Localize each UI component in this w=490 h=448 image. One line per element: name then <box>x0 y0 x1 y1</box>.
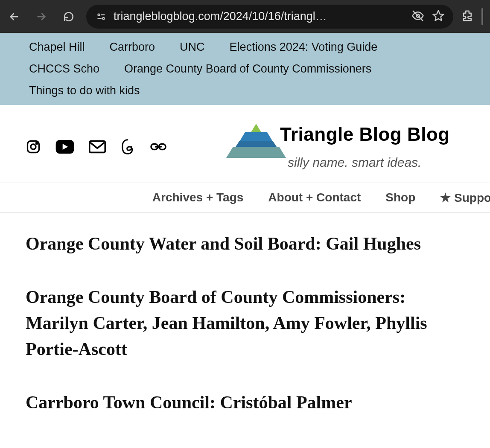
svg-point-2 <box>102 17 104 19</box>
secondary-nav-link[interactable]: ★ Suppo <box>440 191 490 205</box>
secondary-nav-link[interactable]: About + Contact <box>268 191 361 205</box>
top-nav-link[interactable]: Chapel Hill <box>29 41 85 54</box>
article-body: Orange County Water and Soil Board: Gail… <box>0 213 490 433</box>
site-logo-block[interactable]: Triangle Blog Blog silly name. smart ide… <box>236 124 450 170</box>
address-bar[interactable]: triangleblogblog.com/2024/10/16/triangl… <box>86 5 453 29</box>
top-nav-link[interactable]: Carrboro <box>110 41 155 54</box>
site-title: Triangle Blog Blog <box>280 124 450 145</box>
mail-icon[interactable] <box>89 140 106 154</box>
article-heading: Carrboro Town Council: Cristóbal Palmer <box>26 390 464 416</box>
site-settings-icon[interactable] <box>95 10 108 23</box>
browser-toolbar: triangleblogblog.com/2024/10/16/triangl… <box>0 0 490 33</box>
threads-icon[interactable] <box>120 139 135 155</box>
article-heading: Orange County Water and Soil Board: Gail… <box>26 231 464 257</box>
social-icons <box>26 139 167 155</box>
secondary-nav-link[interactable]: Shop <box>385 191 415 205</box>
svg-marker-6 <box>433 10 444 20</box>
reload-button[interactable] <box>59 7 79 26</box>
top-nav-link[interactable]: CHCCS Scho <box>29 62 99 76</box>
site-header: Triangle Blog Blog silly name. smart ide… <box>0 105 490 183</box>
svg-point-9 <box>36 143 38 144</box>
triangle-logo-icon <box>236 124 277 158</box>
star-icon[interactable] <box>432 9 445 24</box>
extensions-icon[interactable] <box>461 9 474 24</box>
secondary-nav-link[interactable]: Archives + Tags <box>152 191 243 205</box>
secondary-nav: Archives + Tags About + Contact Shop ★ S… <box>0 183 490 213</box>
back-button[interactable] <box>4 7 24 26</box>
top-nav-link[interactable]: UNC <box>180 41 205 54</box>
site-tagline: silly name. smart ideas. <box>288 155 450 170</box>
instagram-icon[interactable] <box>26 139 41 154</box>
svg-rect-12 <box>90 141 105 153</box>
top-nav-link[interactable]: Orange County Board of County Commission… <box>124 62 371 76</box>
top-nav: Chapel Hill Carrboro UNC Elections 2024:… <box>0 33 490 105</box>
link-icon[interactable] <box>149 142 167 152</box>
eye-off-icon[interactable] <box>411 9 424 24</box>
svg-point-8 <box>31 144 36 149</box>
article-heading: Orange County Board of County Commission… <box>26 284 464 362</box>
top-nav-link[interactable]: Elections 2024: Voting Guide <box>230 41 378 54</box>
youtube-icon[interactable] <box>55 140 74 154</box>
url-text: triangleblogblog.com/2024/10/16/triangl… <box>114 10 405 23</box>
svg-point-0 <box>98 14 99 15</box>
forward-button[interactable] <box>32 7 51 26</box>
divider <box>481 8 483 25</box>
top-nav-link[interactable]: Things to do with kids <box>29 84 140 97</box>
